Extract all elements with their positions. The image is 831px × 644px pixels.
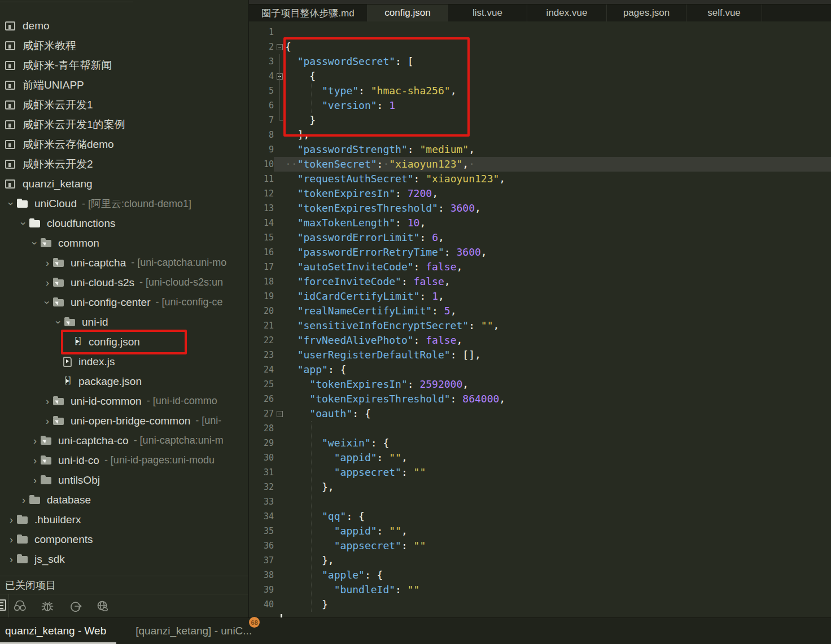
chevron-right-icon[interactable]: › [29,455,41,466]
token-w: ·· [285,158,298,170]
code-line-body: "passwordErrorRetryTime": 3600, [285,245,831,260]
tree-row-demo[interactable]: demo [0,16,248,36]
console-tab-web[interactable]: quanzi_ketang - Web [5,625,106,637]
json-file-icon [73,337,82,347]
tree-row-uni-config-center[interactable]: ›uni-config-center- [uni-config-ce [0,292,248,312]
line-number: 8 [249,128,274,142]
tree-item-label: uni-cloud-s2s [71,277,134,289]
chevron-right-icon[interactable]: › [29,436,41,446]
token-k: "requestAuthSecret" [298,173,414,185]
tab-self.vue[interactable]: self.vue [686,5,762,21]
link-arrow-icon [66,319,71,325]
chevron-down-icon[interactable]: › [54,317,64,328]
code-line-body: "appid": "", [285,450,831,465]
tree-row-js_sdk[interactable]: ›js_sdk [0,549,248,569]
chevron-right-icon[interactable]: › [42,258,53,268]
chevron-down-icon[interactable]: › [19,218,29,229]
token-p [285,437,322,449]
tree-row-.hbuilderx[interactable]: ›.hbuilderx [0,510,248,529]
chevron-down-icon[interactable]: › [6,198,16,209]
fold-marker-icon[interactable] [277,44,283,50]
fold-marker-icon[interactable] [277,411,283,417]
tree-item-label: 咸虾米云开发1的案例 [23,117,125,132]
tab--.md[interactable]: 圈子项目整体步骤.md [249,5,368,21]
tree-item-secondary: - [uni-captcha:uni-m [134,435,224,446]
tab-index.vue[interactable]: index.vue [527,5,607,21]
fold-column [274,509,285,524]
tree-row-quanzi_ketang[interactable]: quanzi_ketang [0,174,248,194]
debug-bug-icon[interactable] [40,599,55,614]
code-editor[interactable]: 12{3 "passwordSecret": [4 {5 "type": "hm… [249,21,831,617]
token-p: : [469,319,481,331]
folder-link-icon [53,418,64,425]
token-p [285,187,298,199]
tree-row-uni-id-co[interactable]: ›uni-id-co- [uni-id-pages:uni-modu [0,450,248,470]
code-text: "sensitiveInfoEncryptSecret": "", [285,318,499,333]
search-binoculars-icon[interactable] [12,599,28,614]
network-globe-icon[interactable] [95,599,111,614]
tree-row-common[interactable]: ›common [0,233,248,253]
code-line-2: 2{ [249,40,831,54]
line-number: 30 [249,450,274,465]
tree-row-uni-captcha[interactable]: ›uni-captcha- [uni-captcha:uni-mo [0,253,248,273]
chevron-right-icon[interactable]: › [29,475,41,485]
tree-row--1-[interactable]: 咸虾米云开发1的案例 [0,115,248,134]
token-k: "weixin" [322,437,371,449]
folder-link-icon [41,457,51,465]
code-line-13: 13 "tokenExpiresThreshold": 3600, [249,201,831,216]
tree-row-database[interactable]: ›database [0,490,248,510]
code-text: "qq": { [285,509,365,524]
code-line-body: "appid": "", [285,524,831,538]
tree-row--1[interactable]: 咸虾米云开发1 [0,95,248,115]
tree-row-uni-captcha-co[interactable]: ›uni-captcha-co- [uni-captcha:uni-m [0,431,248,450]
tree-row-uni-id[interactable]: ›uni-id [0,312,248,332]
tree-row--[interactable]: 咸虾米教程 [0,36,248,55]
code-line-body: "passwordStrength": "medium", [285,142,831,157]
folder-link-icon [41,437,51,445]
closed-projects-section[interactable]: 已关闭项目 [0,576,248,594]
tree-row-components[interactable]: ›components [0,529,248,549]
chevron-right-icon[interactable]: › [6,535,17,545]
tab-pages.json[interactable]: pages.json [607,5,686,21]
token-k: "appsecret" [334,540,401,551]
console-tab-unicloud[interactable]: [quanzi_ketang] - uniC... 68 [135,625,252,637]
code-line-body: "tokenExpiresIn": 7200, [285,186,831,201]
tree-row-uni-cloud-s2s[interactable]: ›uni-cloud-s2s- [uni-cloud-s2s:un [0,273,248,292]
fold-column [274,392,285,406]
chevron-down-icon[interactable]: › [42,297,53,308]
sync-run-icon[interactable] [67,599,83,614]
code-line-body: "maxTokenLength": 10, [285,216,831,230]
chevron-down-icon[interactable]: › [30,238,40,249]
fold-column [274,216,285,230]
line-number: 5 [249,84,274,98]
folder-link-icon [41,240,51,247]
tab-config.json[interactable]: config.json [368,5,448,21]
tree-row-config.json[interactable]: config.json [0,332,248,352]
token-s: "xiaoyun123" [426,173,499,185]
tree-row-unicloud[interactable]: ›uniCloud- [阿里云:clound-demo1] [0,194,248,213]
line-number: 11 [249,172,274,186]
tree-row-untilsobj[interactable]: ›untilsObj [0,470,248,490]
tree-row-uni-open-bridge-common[interactable]: ›uni-open-bridge-common- [uni- [0,411,248,431]
fold-column [274,553,285,568]
panel-toggle-icon[interactable] [0,599,6,611]
tab-list.vue[interactable]: list.vue [448,5,527,21]
tree-item-label: 咸虾米教程 [23,38,76,53]
chevron-right-icon[interactable]: › [6,515,17,525]
tree-row-uni-id-common[interactable]: ›uni-id-common- [uni-id-commo [0,391,248,411]
tree-row--demo[interactable]: 咸虾米云存储demo [0,134,248,154]
tree-row--uniapp[interactable]: 前端UNIAPP [0,75,248,95]
chevron-right-icon[interactable]: › [42,416,53,426]
chevron-right-icon[interactable]: › [42,396,53,406]
tree-row----[interactable]: 咸虾米-青年帮新闻 [0,55,248,75]
tree-row-package.json[interactable]: package.json [0,371,248,391]
chevron-right-icon[interactable]: › [42,278,53,288]
tree-row-cloudfunctions[interactable]: ›cloudfunctions [0,213,248,233]
chevron-right-icon[interactable]: › [18,495,29,505]
line-number: 39 [249,582,274,597]
code-line-36: 36 "appsecret": "" [249,538,831,553]
code-line-body: "autoSetInviteCode": false, [285,260,831,274]
chevron-right-icon[interactable]: › [6,554,17,564]
tree-row-index.js[interactable]: index.js [0,352,248,371]
tree-row--2[interactable]: 咸虾米云开发2 [0,154,248,174]
